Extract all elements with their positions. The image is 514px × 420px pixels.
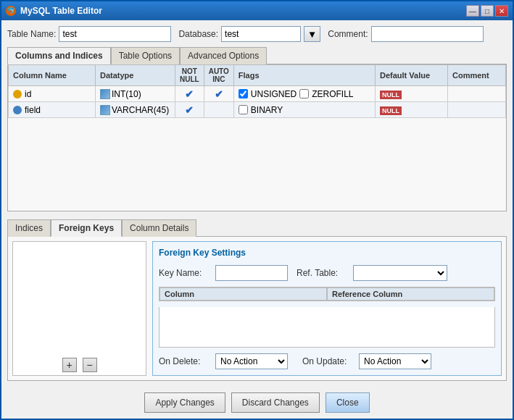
datatype-icon: [100, 105, 110, 115]
close-window-button[interactable]: ✕: [495, 5, 508, 17]
cell-datatype: INT(10): [96, 86, 175, 102]
on-update-label: On Update:: [302, 356, 353, 366]
comment-input[interactable]: [371, 26, 484, 42]
table-name-label: Table Name:: [7, 29, 56, 39]
field-icon: [13, 106, 22, 114]
fk-content: + − Foreign Key Settings Key Name:: [8, 237, 506, 380]
check-icon: ✔: [185, 88, 194, 100]
col-name-text: id: [25, 89, 31, 99]
unsigned-checkbox[interactable]: [239, 89, 248, 98]
table-name-input[interactable]: [59, 26, 171, 42]
cell-notnull: ✔: [175, 102, 204, 118]
database-group: Database: ▼: [178, 26, 320, 42]
close-button[interactable]: Close: [326, 392, 370, 413]
col-header-autoinc: AUTOINC: [204, 65, 233, 86]
binary-checkbox[interactable]: [239, 105, 248, 114]
comment-label: Comment:: [328, 29, 368, 39]
database-input[interactable]: [221, 26, 301, 42]
table-row[interactable]: field VARCHAR(45) ✔: [9, 102, 506, 118]
unsigned-label: UNSIGNED: [251, 89, 297, 99]
window-title: MySQL Table Editor: [20, 6, 102, 16]
on-update-select[interactable]: No Action Restrict Cascade Set Null: [359, 353, 431, 369]
fk-actions-row: On Delete: No Action Restrict Cascade Se…: [159, 353, 495, 369]
table-row[interactable]: id INT(10) ✔ ✔: [9, 86, 506, 102]
col-header-notnull: NOTNULL: [175, 65, 204, 86]
null-badge: NULL: [380, 106, 402, 115]
tab-indices[interactable]: Indices: [7, 219, 51, 237]
tab-advanced-options[interactable]: Advanced Options: [180, 47, 267, 64]
database-dropdown-button[interactable]: ▼: [304, 26, 320, 42]
tab-column-details[interactable]: Column Details: [122, 219, 196, 237]
title-bar: 🐬 MySQL Table Editor — □ ✕: [1, 1, 513, 20]
maximize-button[interactable]: □: [481, 5, 494, 17]
cell-datatype: VARCHAR(45): [96, 102, 175, 118]
col-header-comment: Comment: [448, 65, 506, 86]
bottom-tab-content: + − Foreign Key Settings Key Name:: [7, 236, 507, 381]
cell-comment: [448, 102, 506, 118]
main-window: 🐬 MySQL Table Editor — □ ✕ Table Name: D…: [0, 0, 514, 420]
app-icon: 🐬: [6, 6, 16, 16]
key-name-input[interactable]: [215, 265, 288, 281]
on-delete-row: On Delete: No Action Restrict Cascade Se…: [159, 353, 288, 369]
col-header-flags: Flags: [233, 65, 375, 86]
cell-col-name: id: [9, 86, 96, 102]
on-delete-select[interactable]: No Action Restrict Cascade Set Null: [215, 353, 288, 369]
tab-foreign-keys[interactable]: Foreign Keys: [51, 219, 122, 237]
key-icon: [13, 90, 22, 98]
ref-table-label: Ref. Table:: [297, 268, 347, 278]
content-area: Table Name: Database: ▼ Comment: Columns…: [1, 20, 513, 387]
fk-col-table-body: [159, 307, 495, 348]
tab-columns-indices[interactable]: Columns and Indices: [7, 47, 111, 64]
binary-label: BINARY: [251, 105, 283, 115]
check-icon: ✔: [215, 88, 223, 100]
fk-col-table-header: Column Reference Column: [159, 287, 495, 301]
datatype-text: VARCHAR(45): [112, 105, 169, 115]
col-header-ref-column: Reference Column: [327, 287, 494, 301]
col-header-datatype: Datatype: [96, 65, 175, 86]
table-name-group: Table Name:: [7, 26, 171, 42]
fk-top-row: Key Name: Ref. Table:: [159, 265, 495, 281]
key-name-label: Key Name:: [159, 268, 210, 278]
top-tab-content: Column Name Datatype NOTNULL AUTOINC Fla…: [7, 64, 507, 211]
top-tabs-panel: Columns and Indices Table Options Advanc…: [7, 46, 507, 211]
cell-comment: [448, 86, 506, 102]
on-delete-label: On Delete:: [159, 356, 210, 366]
columns-table-scroll: Column Name Datatype NOTNULL AUTOINC Fla…: [8, 64, 506, 211]
cell-notnull: ✔: [175, 86, 204, 102]
cell-flags: BINARY: [233, 102, 375, 118]
title-buttons: — □ ✕: [466, 5, 508, 17]
minimize-button[interactable]: —: [466, 5, 479, 17]
fk-list-panel: + −: [12, 241, 146, 376]
fk-settings-title: Foreign Key Settings: [159, 248, 495, 258]
col-header-column: Column: [159, 287, 327, 301]
database-label: Database:: [178, 29, 218, 39]
tab-table-options[interactable]: Table Options: [111, 47, 180, 64]
cell-default: NULL: [376, 86, 448, 102]
zerofill-checkbox[interactable]: [299, 89, 309, 98]
zerofill-label: ZEROFILL: [312, 89, 353, 99]
bottom-tab-bar: Indices Foreign Keys Column Details: [7, 219, 507, 236]
apply-changes-button[interactable]: Apply Changes: [144, 392, 225, 413]
discard-changes-button[interactable]: Discard Changes: [231, 392, 320, 413]
datatype-text: INT(10): [112, 89, 141, 99]
remove-fk-button[interactable]: −: [83, 358, 97, 372]
columns-table: Column Name Datatype NOTNULL AUTOINC Fla…: [8, 64, 506, 118]
add-fk-button[interactable]: +: [62, 358, 77, 372]
cell-default: NULL: [376, 102, 448, 118]
null-badge: NULL: [380, 91, 402, 99]
ref-table-select[interactable]: [353, 265, 447, 281]
top-row: Table Name: Database: ▼ Comment:: [7, 26, 507, 42]
check-icon: ✔: [185, 104, 194, 116]
fk-settings-panel: Foreign Key Settings Key Name: Ref. Tabl…: [152, 241, 502, 376]
comment-group: Comment:: [328, 26, 483, 42]
cell-autoinc: ✔: [204, 86, 233, 102]
top-tab-bar: Columns and Indices Table Options Advanc…: [7, 46, 507, 64]
key-name-row: Key Name:: [159, 265, 288, 281]
col-header-default: Default Value: [376, 65, 448, 86]
ref-table-row: Ref. Table:: [297, 265, 447, 281]
datatype-icon: [100, 89, 110, 99]
on-update-row: On Update: No Action Restrict Cascade Se…: [302, 353, 431, 369]
cell-flags: UNSIGNED ZEROFILL: [233, 86, 375, 102]
cell-col-name: field: [9, 102, 96, 118]
bottom-tabs-area: Indices Foreign Keys Column Details + −: [7, 219, 507, 381]
